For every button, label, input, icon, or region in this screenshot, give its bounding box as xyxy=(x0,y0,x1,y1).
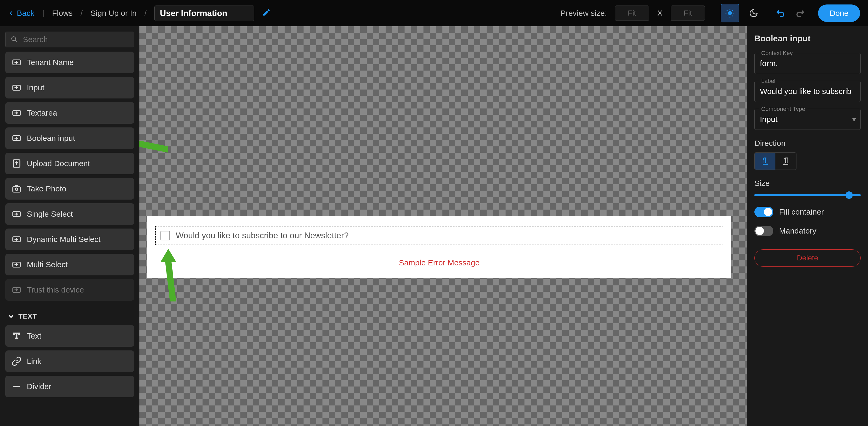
app-header: Back | Flows / Sign Up or In / Preview s… xyxy=(0,0,868,26)
component-label: Input xyxy=(27,83,44,92)
input-arrow-icon xyxy=(11,260,22,269)
redo-icon[interactable] xyxy=(794,8,805,19)
edit-icon[interactable] xyxy=(262,8,271,19)
properties-title: Boolean input xyxy=(754,34,861,44)
moon-icon xyxy=(749,8,758,18)
svg-point-0 xyxy=(728,11,732,15)
done-button[interactable]: Done xyxy=(818,4,860,22)
input-arrow-icon xyxy=(11,108,22,118)
search-icon xyxy=(10,35,19,44)
svg-rect-6 xyxy=(13,187,21,192)
undo-icon[interactable] xyxy=(776,8,786,19)
breadcrumb-slash: / xyxy=(145,9,147,18)
component-label: Link xyxy=(27,357,41,366)
component-label: Multi Select xyxy=(27,260,68,269)
svg-point-7 xyxy=(15,188,18,191)
ltr-icon xyxy=(761,157,770,166)
component-label: Take Photo xyxy=(27,184,66,193)
preview-size-label: Preview size: xyxy=(560,9,607,18)
breadcrumb-flows[interactable]: Flows xyxy=(52,9,72,18)
component-type-label: Component Type xyxy=(759,106,807,112)
svg-marker-13 xyxy=(140,134,168,153)
component-label: Tenant Name xyxy=(27,58,74,67)
input-arrow-icon xyxy=(11,234,22,244)
direction-toggle xyxy=(754,152,797,170)
component-take-photo[interactable]: Take Photo xyxy=(5,178,134,200)
search-input-wrapper[interactable] xyxy=(5,32,134,48)
direction-ltr-button[interactable] xyxy=(755,153,775,170)
input-arrow-icon xyxy=(11,57,22,67)
divider-icon xyxy=(11,381,22,392)
canvas-area[interactable]: Would you like to subscribe to our Newsl… xyxy=(140,26,747,426)
camera-icon xyxy=(11,184,22,194)
component-label: Dynamic Multi Select xyxy=(27,235,100,244)
direction-label: Direction xyxy=(754,139,861,148)
preview-width-input[interactable] xyxy=(615,5,649,21)
component-label: Single Select xyxy=(27,209,73,219)
preview-component-card[interactable]: Would you like to subscribe to our Newsl… xyxy=(147,216,731,278)
fill-container-label: Fill container xyxy=(779,207,824,217)
upload-icon xyxy=(11,159,22,169)
annotation-arrow-top xyxy=(140,134,174,165)
chevron-down-icon: ▾ xyxy=(852,115,856,124)
input-arrow-icon xyxy=(11,209,22,219)
chevron-down-icon xyxy=(7,313,15,320)
component-label: Upload Document xyxy=(27,159,90,168)
component-label: Divider xyxy=(27,382,51,391)
component-boolean-input[interactable]: Boolean input xyxy=(5,127,134,149)
back-button[interactable]: Back xyxy=(8,9,34,18)
boolean-question-text: Would you like to subscribe to our Newsl… xyxy=(176,231,349,240)
section-text-header[interactable]: TEXT xyxy=(5,304,134,325)
rtl-icon xyxy=(781,157,791,166)
theme-light-button[interactable] xyxy=(721,4,739,22)
breadcrumb-signup[interactable]: Sign Up or In xyxy=(91,9,136,18)
component-sidebar: Tenant Name Input Textarea Boolean input… xyxy=(0,26,140,426)
component-input[interactable]: Input xyxy=(5,77,134,98)
checkbox-icon[interactable] xyxy=(160,231,170,240)
arrow-left-icon xyxy=(8,10,14,16)
breadcrumb-slash: / xyxy=(81,9,83,18)
theme-dark-button[interactable] xyxy=(744,4,763,22)
error-message: Sample Error Message xyxy=(155,258,723,267)
delete-button[interactable]: Delete xyxy=(754,249,861,267)
page-title-input[interactable] xyxy=(154,5,254,21)
context-key-label: Context Key xyxy=(759,50,795,57)
component-text[interactable]: Text xyxy=(5,325,134,347)
preview-size-x: X xyxy=(658,9,662,18)
breadcrumb-separator: | xyxy=(42,9,44,18)
mandatory-label: Mandatory xyxy=(779,226,816,235)
section-text-label: TEXT xyxy=(19,312,37,320)
search-input[interactable] xyxy=(23,35,129,44)
direction-rtl-button[interactable] xyxy=(775,153,796,170)
sun-icon xyxy=(725,8,735,18)
component-label: Trust this device xyxy=(27,285,84,294)
size-label: Size xyxy=(754,179,861,188)
size-slider-thumb[interactable] xyxy=(845,191,853,199)
input-arrow-icon xyxy=(11,133,22,143)
component-upload-document[interactable]: Upload Document xyxy=(5,153,134,174)
mandatory-toggle[interactable] xyxy=(754,226,773,236)
properties-panel: Boolean input Context Key Label Componen… xyxy=(747,26,868,426)
input-arrow-icon xyxy=(11,83,22,93)
input-arrow-icon xyxy=(11,285,22,295)
component-label: Boolean input xyxy=(27,134,75,143)
component-single-select[interactable]: Single Select xyxy=(5,203,134,225)
component-label: Text xyxy=(27,332,41,340)
preview-height-input[interactable] xyxy=(671,5,705,21)
component-tenant-name[interactable]: Tenant Name xyxy=(5,52,134,73)
link-icon xyxy=(11,356,22,366)
text-icon xyxy=(11,331,22,341)
component-dynamic-multi-select[interactable]: Dynamic Multi Select xyxy=(5,229,134,250)
label-label: Label xyxy=(759,78,777,85)
fill-container-toggle[interactable] xyxy=(754,207,773,217)
component-multi-select[interactable]: Multi Select xyxy=(5,254,134,276)
component-label: Textarea xyxy=(27,109,57,117)
back-label: Back xyxy=(17,9,34,18)
component-divider[interactable]: Divider xyxy=(5,376,134,397)
boolean-input-preview[interactable]: Would you like to subscribe to our Newsl… xyxy=(155,226,723,245)
component-textarea[interactable]: Textarea xyxy=(5,102,134,124)
component-link[interactable]: Link xyxy=(5,350,134,372)
size-slider[interactable] xyxy=(754,194,861,196)
component-trust-device[interactable]: Trust this device xyxy=(5,279,134,301)
